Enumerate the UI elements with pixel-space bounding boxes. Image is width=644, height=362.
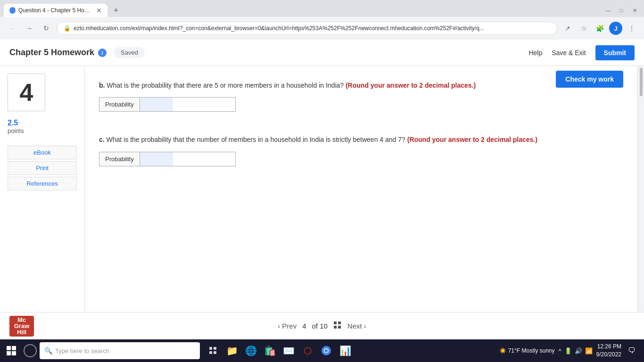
network-icon[interactable]: ^ (559, 347, 561, 354)
excel-icon[interactable]: 📊 (337, 342, 354, 359)
volume-icon[interactable]: 🔊 (575, 347, 582, 354)
weather-text: 71°F Mostly sunny (508, 347, 555, 354)
saved-badge: Saved (114, 47, 145, 58)
tab-close-button[interactable]: ✕ (96, 7, 102, 14)
page-total: of 10 (312, 322, 327, 330)
battery-icon[interactable]: 🔋 (564, 347, 572, 354)
back-button[interactable]: ← (6, 22, 19, 35)
maximize-button[interactable]: □ (616, 5, 627, 16)
forward-button[interactable]: → (23, 22, 36, 35)
clock[interactable]: 12:26 PM 9/20/2022 (596, 343, 621, 359)
office-icon[interactable]: ⬡ (299, 342, 316, 359)
scroll-track[interactable] (637, 66, 644, 312)
notification-button[interactable]: 🗨 (625, 344, 638, 357)
svg-rect-6 (209, 351, 212, 354)
prev-label: Prev (282, 322, 297, 330)
sidebar-links: eBook Print References (8, 146, 77, 192)
minimize-button[interactable]: — (603, 5, 614, 16)
menu-button[interactable]: ⋮ (625, 22, 638, 35)
question-b-text: b. What is the probability that there ar… (99, 80, 623, 90)
references-link[interactable]: References (8, 177, 77, 190)
question-area: Check my work b. What is the probability… (85, 66, 637, 312)
chrome-icon[interactable] (318, 342, 335, 359)
app-title: Chapter 5 Homework (9, 48, 94, 58)
start-button[interactable] (2, 341, 21, 360)
logo-hill: Hill (17, 329, 26, 335)
question-c-label: c. (99, 136, 105, 143)
prev-chevron-icon: ‹ (278, 322, 280, 330)
question-c-body: What is the probability that the number … (105, 136, 405, 143)
mcgraw-hill-logo: Mc Graw Hill (9, 316, 34, 337)
next-button[interactable]: Next › (347, 322, 366, 330)
question-number: 4 (20, 78, 33, 107)
question-c-input[interactable] (140, 152, 173, 166)
next-chevron-icon: › (364, 322, 366, 330)
svg-rect-5 (214, 347, 216, 350)
address-field[interactable]: 🔒 ezto.mheducation.com/ext/map/index.htm… (57, 22, 557, 35)
question-c-emphasis: (Round your answer to 2 decimal places.) (407, 136, 537, 143)
active-tab[interactable]: Question 4 - Chapter 5 Homew... ✕ (4, 4, 107, 17)
question-b-input[interactable] (140, 98, 173, 111)
file-explorer-icon[interactable]: 📁 (223, 342, 240, 359)
browser-chrome: Question 4 - Chapter 5 Homew... ✕ + — □ … (0, 0, 644, 40)
question-b-input-row: Probability (99, 97, 236, 112)
points-value: 2.5 (8, 119, 18, 127)
app-header: Chapter 5 Homework i Saved Help Save & E… (0, 40, 644, 66)
system-icons: ^ 🔋 🔊 📶 (559, 347, 593, 354)
question-b-body: What is the probability that there are 5… (105, 82, 344, 89)
search-input[interactable]: Type here to search (55, 347, 109, 354)
bookmark-button[interactable]: ☆ (577, 22, 590, 35)
question-c-block: c. What is the probability that the numb… (99, 134, 623, 166)
help-link[interactable]: Help (528, 49, 542, 57)
weather-widget[interactable]: ☀️ 71°F Mostly sunny (499, 347, 555, 354)
new-tab-button[interactable]: + (109, 4, 123, 17)
address-bar: ← → ↻ 🔒 ezto.mheducation.com/ext/map/ind… (0, 17, 644, 40)
save-exit-link[interactable]: Save & Exit (552, 49, 586, 57)
question-b-label: b. (99, 82, 105, 89)
question-b-field-label: Probability (99, 98, 140, 111)
tab-bar: Question 4 - Chapter 5 Homew... ✕ + — □ … (0, 0, 644, 17)
svg-point-10 (325, 349, 328, 353)
svg-rect-2 (334, 326, 337, 329)
question-number-box: 4 (8, 74, 45, 111)
cortana-button[interactable] (24, 344, 37, 357)
weather-sun-icon: ☀️ (499, 347, 506, 354)
task-view-button[interactable] (205, 342, 222, 359)
taskbar: 🔍 Type here to search 📁 🌐 🛍️ ✉️ ⬡ (0, 339, 644, 362)
pagination: ‹ Prev 4 of 10 Next › (278, 321, 366, 331)
question-b-block: b. What is the probability that there ar… (99, 80, 623, 112)
next-label: Next (347, 322, 362, 330)
extensions-button[interactable]: 🧩 (593, 22, 606, 35)
ebook-link[interactable]: eBook (8, 146, 77, 159)
tab-favicon (9, 7, 16, 14)
edge-icon[interactable]: 🌐 (242, 342, 259, 359)
question-c-field-label: Probability (99, 152, 140, 166)
address-actions: ↗ ☆ 🧩 J ⋮ (561, 22, 638, 35)
page-grid-button[interactable] (333, 321, 342, 331)
store-icon[interactable]: 🛍️ (261, 342, 278, 359)
lock-icon: 🔒 (64, 25, 71, 32)
header-actions: Help Save & Exit Submit (528, 45, 635, 60)
search-bar[interactable]: 🔍 Type here to search (40, 342, 200, 359)
check-work-button[interactable]: Check my work (556, 71, 623, 88)
clock-date: 9/20/2022 (596, 351, 621, 359)
share-button[interactable]: ↗ (561, 22, 574, 35)
print-link[interactable]: Print (8, 161, 77, 175)
profile-button[interactable]: J (609, 22, 622, 35)
close-button[interactable]: ✕ (629, 5, 640, 16)
svg-rect-0 (334, 321, 337, 324)
page-current: 4 (302, 322, 306, 330)
reload-button[interactable]: ↻ (40, 22, 53, 35)
question-c-input-row: Probability (99, 152, 236, 166)
question-b-emphasis: (Round your answer to 2 decimal places.) (346, 82, 476, 89)
search-icon: 🔍 (44, 347, 52, 354)
question-c-text: c. What is the probability that the numb… (99, 134, 623, 145)
main-content: 4 2.5 points eBook Print References Chec… (0, 66, 644, 312)
url-text: ezto.mheducation.com/ext/map/index.html?… (74, 25, 484, 32)
submit-button[interactable]: Submit (595, 45, 635, 60)
prev-button[interactable]: ‹ Prev (278, 322, 297, 330)
info-icon[interactable]: i (98, 49, 107, 57)
network-wifi-icon[interactable]: 📶 (585, 347, 593, 354)
mail-icon[interactable]: ✉️ (280, 342, 297, 359)
taskbar-right: ☀️ 71°F Mostly sunny ^ 🔋 🔊 📶 12:26 PM 9/… (499, 343, 642, 359)
